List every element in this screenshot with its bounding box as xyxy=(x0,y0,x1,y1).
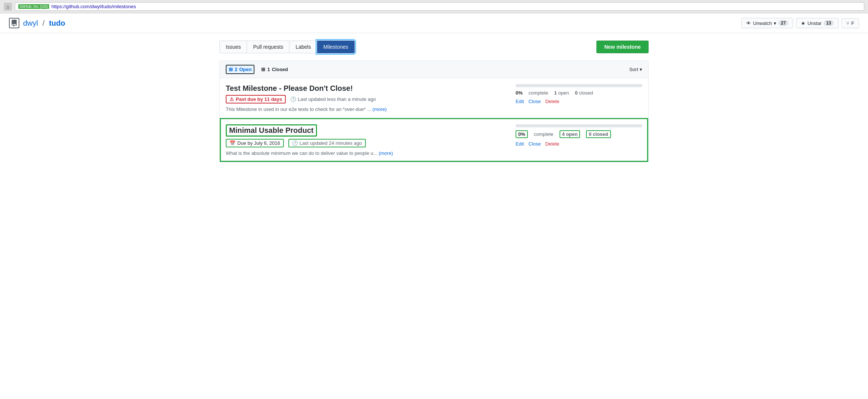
milestone-list: Test Milestone - Please Don't Close! ⚠ P… xyxy=(219,78,649,162)
unwatch-arrow: ▾ xyxy=(774,20,776,26)
repo-name[interactable]: tudo xyxy=(49,19,65,28)
star-icon: ★ xyxy=(801,20,805,26)
watch-count: 27 xyxy=(778,20,788,26)
open-count-1: 1 open xyxy=(554,90,569,96)
clock-icon-2: 🕐 xyxy=(292,140,298,146)
fork-label: F xyxy=(851,20,854,26)
milestone-right-1: 0% complete 1 open 0 closed Edit Close D… xyxy=(516,84,642,112)
calendar-icon: 📅 xyxy=(229,140,235,146)
updated-label-2: Last updated 24 minutes ago xyxy=(300,140,362,146)
star-count: 13 xyxy=(824,20,834,26)
updated-text-2: 🕐 Last updated 24 minutes ago xyxy=(288,139,366,147)
clock-icon-1: 🕐 xyxy=(290,96,296,102)
progress-bar-2 xyxy=(516,124,642,127)
open-filter-button[interactable]: ⊞ 2 Open xyxy=(226,65,254,74)
milestone-left-2: Minimal Usable Product 📅 Due by July 6, … xyxy=(226,124,508,156)
tab-issues[interactable]: Issues xyxy=(219,41,247,53)
updated-label-1: Last updated less than a minute ago xyxy=(298,96,376,102)
delete-button-2[interactable]: Delete xyxy=(545,141,560,147)
milestone-item: Test Milestone - Please Don't Close! ⚠ P… xyxy=(220,78,648,118)
open-count: 2 xyxy=(235,67,237,72)
more-link-2[interactable]: (more) xyxy=(378,150,393,156)
ssl-badge: GitHub, Inc. [US] xyxy=(18,4,49,9)
progress-actions-1: Edit Close Delete xyxy=(516,99,642,104)
home-icon: ⌂ xyxy=(6,4,9,10)
milestone-left-1: Test Milestone - Please Don't Close! ⚠ P… xyxy=(226,84,508,112)
due-label: Due by July 6, 2016 xyxy=(237,140,280,146)
closed-count: 1 xyxy=(267,67,270,72)
address-bar[interactable]: GitHub, Inc. [US] https://github.com/dwy… xyxy=(15,2,864,11)
sort-arrow-icon: ▾ xyxy=(640,67,642,72)
closed-filter-button[interactable]: ⊞ 1 Closed xyxy=(259,66,290,73)
progress-pct-2: 0% xyxy=(516,130,528,138)
open-count-2: 4 open xyxy=(560,130,580,138)
milestone-meta-2: 📅 Due by July 6, 2016 🕐 Last updated 24 … xyxy=(226,139,508,147)
closed-label: Closed xyxy=(272,67,288,72)
milestone-title-2[interactable]: Minimal Usable Product xyxy=(226,124,317,137)
new-milestone-button[interactable]: New milestone xyxy=(596,41,649,53)
complete-label-1: complete xyxy=(529,90,548,96)
closed-count-2: 0 closed xyxy=(586,130,611,138)
progress-stats-1: 0% complete 1 open 0 closed xyxy=(516,90,642,96)
github-header: dwyl / tudo 👁 Unwatch ▾ 27 ★ Unstar 13 ⑂… xyxy=(0,13,868,33)
milestone-item-2: Minimal Usable Product 📅 Due by July 6, … xyxy=(220,118,648,162)
milestone-desc-1: This Milestone in used in our e2e tests … xyxy=(226,106,508,112)
repo-separator: / xyxy=(42,19,45,28)
progress-bar-1 xyxy=(516,84,642,87)
unwatch-label: Unwatch xyxy=(753,20,772,26)
past-due-label: Past due by 11 days xyxy=(236,96,282,102)
close-button-1[interactable]: Close xyxy=(528,99,541,104)
due-date-badge: 📅 Due by July 6, 2016 xyxy=(226,139,284,147)
progress-actions-2: Edit Close Delete xyxy=(516,141,642,147)
unwatch-button[interactable]: 👁 Unwatch ▾ 27 xyxy=(741,18,793,28)
url-text: https://github.com/dwyl/tudo/milestones xyxy=(51,4,136,9)
warning-icon: ⚠ xyxy=(229,96,234,102)
milestone-meta-1: ⚠ Past due by 11 days 🕐 Last updated les… xyxy=(226,95,508,103)
more-link-1[interactable]: (more) xyxy=(373,106,387,112)
tab-labels[interactable]: Labels xyxy=(289,41,317,53)
unstar-button[interactable]: ★ Unstar 13 xyxy=(796,18,839,28)
edit-button-2[interactable]: Edit xyxy=(516,141,524,147)
browser-chrome: ⌂ GitHub, Inc. [US] https://github.com/d… xyxy=(0,0,868,13)
progress-pct-1: 0% xyxy=(516,90,523,96)
close-button-2[interactable]: Close xyxy=(528,141,541,147)
edit-button-1[interactable]: Edit xyxy=(516,99,524,104)
eye-icon: 👁 xyxy=(746,20,751,26)
fork-button[interactable]: ⑂ F xyxy=(842,18,859,28)
main-content: Issues Pull requests Labels Milestones N… xyxy=(210,41,658,162)
open-milestone-icon: ⊞ xyxy=(229,67,233,72)
repo-title: dwyl / tudo xyxy=(9,18,65,28)
sort-button[interactable]: Sort ▾ xyxy=(629,67,642,72)
milestones-list-header: ⊞ 2 Open ⊞ 1 Closed Sort ▾ xyxy=(219,61,649,78)
repo-icon xyxy=(9,18,19,28)
unstar-label: Unstar xyxy=(807,20,821,26)
milestone-title-1[interactable]: Test Milestone - Please Don't Close! xyxy=(226,84,508,93)
header-actions: 👁 Unwatch ▾ 27 ★ Unstar 13 ⑂ F xyxy=(741,18,859,28)
home-button[interactable]: ⌂ xyxy=(4,3,12,11)
tab-bar: Issues Pull requests Labels Milestones N… xyxy=(219,41,649,53)
fork-icon: ⑂ xyxy=(846,20,849,26)
updated-text-1: 🕐 Last updated less than a minute ago xyxy=(290,96,376,102)
progress-stats-2: 0% complete 4 open 0 closed xyxy=(516,130,642,138)
closed-count-1: 0 closed xyxy=(575,90,593,96)
milestone-right-2: 0% complete 4 open 0 closed Edit Close D… xyxy=(516,124,642,156)
open-label: Open xyxy=(239,67,251,72)
tab-pull-requests[interactable]: Pull requests xyxy=(247,41,289,53)
closed-milestone-icon: ⊞ xyxy=(261,67,265,72)
complete-label-2: complete xyxy=(534,131,554,137)
sort-label: Sort xyxy=(629,67,638,72)
delete-button-1[interactable]: Delete xyxy=(545,99,560,104)
tab-milestones[interactable]: Milestones xyxy=(317,41,355,53)
desc-text-2: What is the absolute minimum we can do t… xyxy=(226,150,377,156)
filter-buttons: ⊞ 2 Open ⊞ 1 Closed xyxy=(226,65,290,74)
past-due-badge: ⚠ Past due by 11 days xyxy=(226,95,286,103)
milestone-desc-2: What is the absolute minimum we can do t… xyxy=(226,150,508,156)
tabs: Issues Pull requests Labels Milestones xyxy=(219,41,354,53)
desc-text-1: This Milestone in used in our e2e tests … xyxy=(226,106,371,112)
repo-owner[interactable]: dwyl xyxy=(23,19,38,28)
